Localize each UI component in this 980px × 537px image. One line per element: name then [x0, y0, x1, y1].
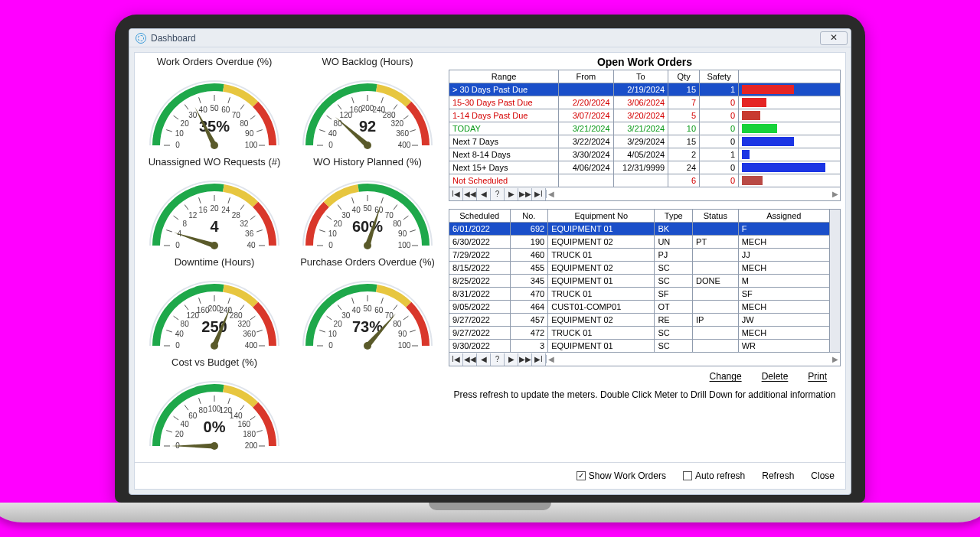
work-order-row[interactable]: 8/15/2022455EQUIPMENT 02SCMECH	[449, 262, 830, 275]
work-order-row[interactable]: 6/30/2022190EQUIPMENT 02UNPTMECH	[449, 236, 830, 249]
gauge-meter[interactable]: Downtime (Hours) 04080120160200240280320…	[139, 256, 289, 352]
svg-point-99	[364, 242, 371, 249]
window-title: Dashboard	[151, 33, 820, 44]
pager-first-icon[interactable]: I◀	[449, 188, 463, 200]
work-orders-grid[interactable]: Scheduled No. Equipment No Type Status A…	[449, 209, 830, 353]
open-orders-grid[interactable]: Range From To Qty Safety > 30 Days Past …	[449, 70, 841, 187]
svg-line-141	[403, 316, 408, 320]
work-order-row[interactable]: 8/25/2022345EQUIPMENT 01SCDONEM	[449, 275, 830, 288]
pager-scrollbar[interactable]: ◀▶	[546, 190, 840, 198]
col-safety[interactable]: Safety	[700, 70, 739, 83]
refresh-button[interactable]: Refresh	[762, 470, 794, 481]
pager-fastback-icon[interactable]: ◀◀	[463, 353, 477, 366]
svg-line-31	[338, 105, 341, 109]
window-close-button[interactable]: ✕	[820, 31, 848, 45]
gauge-meter[interactable]: Unassigned WO Requests (#) 0481216202428…	[139, 156, 289, 252]
range-row[interactable]: > 30 Days Past Due2/19/2024151	[449, 83, 841, 96]
pager-back-icon[interactable]: ◀	[477, 188, 491, 200]
range-row[interactable]: Next 15+ Days4/06/202412/31/9999240	[449, 161, 841, 174]
range-row[interactable]: Next 7 Days3/22/20243/29/2024150	[449, 135, 841, 148]
col-no[interactable]: No.	[510, 210, 548, 223]
svg-line-131	[338, 305, 341, 310]
gauge-dial[interactable]: 0102030405060708090100 35%	[142, 69, 287, 151]
screen-bezel: Dashboard ✕ Work Orders Overdue (%) 0102…	[115, 15, 865, 503]
col-from[interactable]: From	[559, 70, 614, 83]
svg-text:80: 80	[393, 220, 402, 228]
svg-text:160: 160	[237, 420, 250, 428]
svg-line-64	[240, 205, 244, 210]
gauge-meter[interactable]: Work Orders Overdue (%) 0102030405060708…	[139, 56, 289, 151]
open-orders-pager[interactable]: I◀ ◀◀ ◀ ? ▶ ▶▶ ▶I ◀▶	[449, 187, 841, 201]
svg-text:8: 8	[182, 220, 187, 228]
delete-button[interactable]: Delete	[762, 371, 789, 382]
pager-last-icon[interactable]: ▶I	[532, 353, 546, 366]
col-to[interactable]: To	[613, 70, 668, 83]
gauge-dial[interactable]: 0102030405060708090100 73%	[295, 269, 440, 352]
auto-refresh-checkbox[interactable]: Auto refresh	[683, 470, 745, 481]
svg-line-79	[327, 216, 332, 220]
svg-text:24: 24	[221, 206, 230, 214]
work-order-row[interactable]: 6/01/2022692EQUIPMENT 01BKF	[449, 223, 830, 236]
svg-text:40: 40	[175, 330, 185, 338]
svg-text:280: 280	[230, 311, 243, 320]
gauge-meter[interactable]: WO Backlog (Hours) 040801201602002402803…	[292, 56, 443, 151]
close-button[interactable]: Close	[811, 470, 835, 481]
col-scheduled[interactable]: Scheduled	[449, 210, 511, 223]
gauge-dial[interactable]: 0481216202428323640 4	[142, 169, 287, 252]
pager-last-icon[interactable]: ▶I	[532, 188, 546, 200]
col-qty[interactable]: Qty	[668, 70, 700, 83]
pager-fastfwd-icon[interactable]: ▶▶	[518, 188, 532, 200]
pager-scrollbar[interactable]: ◀▶	[546, 355, 840, 363]
gauge-meter[interactable]: Purchase Orders Overdue (%) 010203040506…	[292, 256, 443, 352]
svg-line-4	[174, 116, 178, 119]
col-bar	[739, 70, 841, 83]
wo-grid-pager[interactable]: I◀ ◀◀ ◀ ? ▶ ▶▶ ▶I ◀▶	[449, 353, 841, 366]
gauge-title: Work Orders Overdue (%)	[139, 56, 289, 67]
gauge-dial[interactable]: 04080120160200240280320360400 92	[295, 69, 440, 151]
change-button[interactable]: Change	[710, 371, 742, 382]
svg-line-137	[381, 298, 383, 304]
gauge-dial[interactable]: 04080120160200240280320360400 250	[142, 269, 287, 352]
range-row[interactable]: TODAY3/21/20243/21/2024100	[449, 122, 841, 135]
range-row[interactable]: Next 8-14 Days3/30/20244/05/202421	[449, 148, 841, 161]
pager-help-icon[interactable]: ?	[491, 353, 505, 366]
col-type[interactable]: Type	[655, 210, 693, 223]
work-order-row[interactable]: 7/29/2022460TRUCK 01PJJJ	[449, 249, 830, 262]
svg-text:0%: 0%	[204, 418, 226, 435]
gauge-meter[interactable]: WO History Planned (%) 01020304050607080…	[292, 156, 443, 252]
svg-line-154	[174, 416, 178, 420]
pager-back-icon[interactable]: ◀	[477, 353, 491, 366]
col-equip[interactable]: Equipment No	[548, 210, 655, 223]
work-order-row[interactable]: 9/05/2022464CUST01-COMP01OTMECH	[449, 301, 830, 314]
col-assigned[interactable]: Assigned	[738, 210, 829, 223]
svg-text:0: 0	[175, 241, 180, 249]
gauge-dial[interactable]: 0102030405060708090100 60%	[295, 169, 440, 252]
svg-text:10: 10	[328, 229, 338, 238]
pager-first-icon[interactable]: I◀	[449, 353, 463, 366]
svg-text:50: 50	[210, 104, 219, 112]
work-order-row[interactable]: 9/30/20223EQUIPMENT 01SCWR	[449, 340, 830, 353]
gauge-meter[interactable]: Cost vs Budget (%) 020406080100120140160…	[139, 356, 289, 452]
gauge-dial[interactable]: 020406080100120140160180200 0%	[142, 369, 287, 452]
show-work-orders-checkbox[interactable]: ✓ Show Work Orders	[577, 470, 666, 481]
pager-fwd-icon[interactable]: ▶	[505, 353, 518, 366]
range-row[interactable]: Not Scheduled60	[449, 174, 841, 187]
svg-text:140: 140	[230, 412, 243, 420]
pager-fwd-icon[interactable]: ▶	[505, 188, 518, 200]
work-order-row[interactable]: 8/31/2022470TRUCK 01SFSF	[449, 288, 830, 301]
svg-text:100: 100	[245, 141, 258, 149]
print-button[interactable]: Print	[808, 371, 827, 382]
pager-fastfwd-icon[interactable]: ▶▶	[518, 353, 532, 366]
pager-help-icon[interactable]: ?	[491, 188, 505, 200]
svg-line-152	[166, 431, 172, 432]
pager-fastback-icon[interactable]: ◀◀	[463, 188, 477, 200]
range-row[interactable]: 15-30 Days Past Due2/20/20243/06/202470	[449, 96, 841, 109]
svg-line-118	[256, 330, 263, 332]
work-order-row[interactable]: 9/27/2022472TRUCK 01SCMECH	[449, 327, 830, 340]
svg-text:320: 320	[237, 320, 250, 328]
range-row[interactable]: 1-14 Days Past Due3/07/20243/20/202450	[449, 109, 841, 122]
wo-grid-scrollbar[interactable]	[830, 209, 841, 353]
work-order-row[interactable]: 9/27/2022457EQUIPMENT 02REIPJW	[449, 314, 830, 327]
col-status[interactable]: Status	[693, 210, 739, 223]
col-range[interactable]: Range	[449, 70, 559, 83]
